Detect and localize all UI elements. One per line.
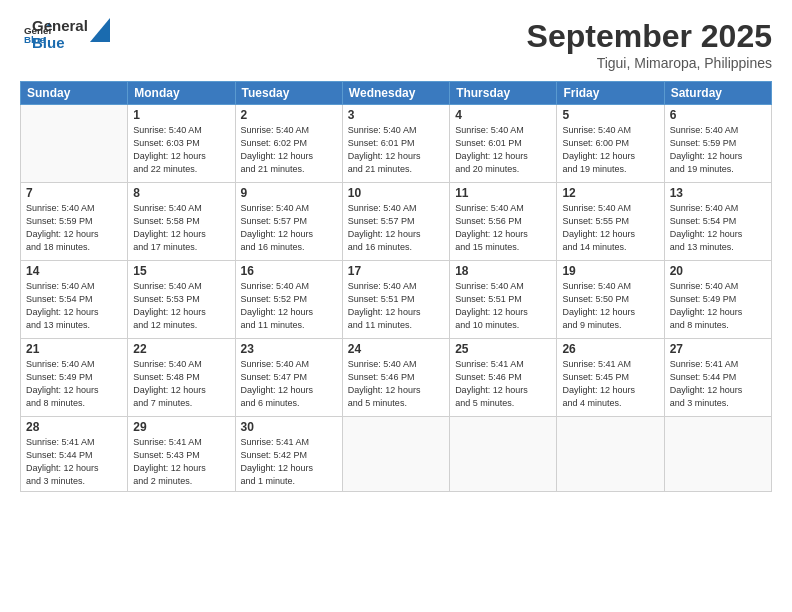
day-info: Sunrise: 5:40 AM Sunset: 5:58 PM Dayligh…: [133, 202, 229, 254]
day-number: 14: [26, 264, 122, 278]
day-number: 9: [241, 186, 337, 200]
calendar-cell: 28Sunrise: 5:41 AM Sunset: 5:44 PM Dayli…: [21, 417, 128, 492]
day-info: Sunrise: 5:40 AM Sunset: 5:57 PM Dayligh…: [348, 202, 444, 254]
weekday-header: Tuesday: [235, 82, 342, 105]
calendar-cell: 21Sunrise: 5:40 AM Sunset: 5:49 PM Dayli…: [21, 339, 128, 417]
calendar-cell: 26Sunrise: 5:41 AM Sunset: 5:45 PM Dayli…: [557, 339, 664, 417]
day-info: Sunrise: 5:40 AM Sunset: 5:53 PM Dayligh…: [133, 280, 229, 332]
calendar-cell: 4Sunrise: 5:40 AM Sunset: 6:01 PM Daylig…: [450, 105, 557, 183]
weekday-header: Monday: [128, 82, 235, 105]
day-number: 13: [670, 186, 766, 200]
calendar-week-row: 14Sunrise: 5:40 AM Sunset: 5:54 PM Dayli…: [21, 261, 772, 339]
calendar-cell: 24Sunrise: 5:40 AM Sunset: 5:46 PM Dayli…: [342, 339, 449, 417]
calendar-cell: 3Sunrise: 5:40 AM Sunset: 6:01 PM Daylig…: [342, 105, 449, 183]
calendar-cell: 7Sunrise: 5:40 AM Sunset: 5:59 PM Daylig…: [21, 183, 128, 261]
calendar-week-row: 28Sunrise: 5:41 AM Sunset: 5:44 PM Dayli…: [21, 417, 772, 492]
weekday-header: Friday: [557, 82, 664, 105]
calendar-week-row: 1Sunrise: 5:40 AM Sunset: 6:03 PM Daylig…: [21, 105, 772, 183]
day-number: 2: [241, 108, 337, 122]
month-title: September 2025: [527, 18, 772, 55]
day-info: Sunrise: 5:40 AM Sunset: 5:46 PM Dayligh…: [348, 358, 444, 410]
day-number: 24: [348, 342, 444, 356]
day-info: Sunrise: 5:40 AM Sunset: 5:52 PM Dayligh…: [241, 280, 337, 332]
calendar-cell: 14Sunrise: 5:40 AM Sunset: 5:54 PM Dayli…: [21, 261, 128, 339]
day-number: 17: [348, 264, 444, 278]
svg-marker-3: [90, 18, 110, 42]
weekday-header: Thursday: [450, 82, 557, 105]
day-info: Sunrise: 5:40 AM Sunset: 5:57 PM Dayligh…: [241, 202, 337, 254]
calendar-cell: 17Sunrise: 5:40 AM Sunset: 5:51 PM Dayli…: [342, 261, 449, 339]
calendar-cell: 6Sunrise: 5:40 AM Sunset: 5:59 PM Daylig…: [664, 105, 771, 183]
day-number: 18: [455, 264, 551, 278]
calendar-cell: 27Sunrise: 5:41 AM Sunset: 5:44 PM Dayli…: [664, 339, 771, 417]
calendar-cell: 5Sunrise: 5:40 AM Sunset: 6:00 PM Daylig…: [557, 105, 664, 183]
calendar-cell: 9Sunrise: 5:40 AM Sunset: 5:57 PM Daylig…: [235, 183, 342, 261]
day-number: 8: [133, 186, 229, 200]
day-info: Sunrise: 5:41 AM Sunset: 5:42 PM Dayligh…: [241, 436, 337, 488]
calendar-cell: [664, 417, 771, 492]
weekday-header: Wednesday: [342, 82, 449, 105]
page: General Blue General Blue September 2025…: [0, 0, 792, 612]
day-number: 25: [455, 342, 551, 356]
calendar-header-row: SundayMondayTuesdayWednesdayThursdayFrid…: [21, 82, 772, 105]
day-info: Sunrise: 5:40 AM Sunset: 6:00 PM Dayligh…: [562, 124, 658, 176]
logo: General Blue General Blue: [20, 18, 110, 51]
calendar-cell: 13Sunrise: 5:40 AM Sunset: 5:54 PM Dayli…: [664, 183, 771, 261]
day-info: Sunrise: 5:40 AM Sunset: 5:48 PM Dayligh…: [133, 358, 229, 410]
day-info: Sunrise: 5:41 AM Sunset: 5:43 PM Dayligh…: [133, 436, 229, 488]
calendar-cell: [450, 417, 557, 492]
calendar-week-row: 21Sunrise: 5:40 AM Sunset: 5:49 PM Dayli…: [21, 339, 772, 417]
calendar-cell: 29Sunrise: 5:41 AM Sunset: 5:43 PM Dayli…: [128, 417, 235, 492]
calendar-cell: 19Sunrise: 5:40 AM Sunset: 5:50 PM Dayli…: [557, 261, 664, 339]
day-info: Sunrise: 5:40 AM Sunset: 5:50 PM Dayligh…: [562, 280, 658, 332]
weekday-header: Saturday: [664, 82, 771, 105]
day-info: Sunrise: 5:41 AM Sunset: 5:44 PM Dayligh…: [670, 358, 766, 410]
day-info: Sunrise: 5:40 AM Sunset: 6:03 PM Dayligh…: [133, 124, 229, 176]
calendar-week-row: 7Sunrise: 5:40 AM Sunset: 5:59 PM Daylig…: [21, 183, 772, 261]
calendar-cell: [21, 105, 128, 183]
day-number: 10: [348, 186, 444, 200]
calendar-cell: 16Sunrise: 5:40 AM Sunset: 5:52 PM Dayli…: [235, 261, 342, 339]
day-number: 6: [670, 108, 766, 122]
calendar-cell: 1Sunrise: 5:40 AM Sunset: 6:03 PM Daylig…: [128, 105, 235, 183]
logo-blue-text: Blue: [32, 35, 88, 52]
calendar-table: SundayMondayTuesdayWednesdayThursdayFrid…: [20, 81, 772, 492]
day-number: 16: [241, 264, 337, 278]
calendar-cell: 20Sunrise: 5:40 AM Sunset: 5:49 PM Dayli…: [664, 261, 771, 339]
day-info: Sunrise: 5:40 AM Sunset: 5:51 PM Dayligh…: [348, 280, 444, 332]
day-info: Sunrise: 5:40 AM Sunset: 6:01 PM Dayligh…: [348, 124, 444, 176]
day-info: Sunrise: 5:40 AM Sunset: 5:54 PM Dayligh…: [670, 202, 766, 254]
calendar-cell: 2Sunrise: 5:40 AM Sunset: 6:02 PM Daylig…: [235, 105, 342, 183]
day-number: 12: [562, 186, 658, 200]
day-info: Sunrise: 5:40 AM Sunset: 5:49 PM Dayligh…: [26, 358, 122, 410]
location-subtitle: Tigui, Mimaropa, Philippines: [527, 55, 772, 71]
day-number: 20: [670, 264, 766, 278]
day-number: 7: [26, 186, 122, 200]
day-info: Sunrise: 5:41 AM Sunset: 5:44 PM Dayligh…: [26, 436, 122, 488]
calendar-cell: 8Sunrise: 5:40 AM Sunset: 5:58 PM Daylig…: [128, 183, 235, 261]
logo-triangle-icon: [90, 18, 110, 42]
day-info: Sunrise: 5:40 AM Sunset: 6:02 PM Dayligh…: [241, 124, 337, 176]
day-info: Sunrise: 5:40 AM Sunset: 5:56 PM Dayligh…: [455, 202, 551, 254]
day-number: 26: [562, 342, 658, 356]
calendar-cell: 25Sunrise: 5:41 AM Sunset: 5:46 PM Dayli…: [450, 339, 557, 417]
calendar-cell: 22Sunrise: 5:40 AM Sunset: 5:48 PM Dayli…: [128, 339, 235, 417]
day-info: Sunrise: 5:40 AM Sunset: 5:51 PM Dayligh…: [455, 280, 551, 332]
day-number: 27: [670, 342, 766, 356]
day-number: 28: [26, 420, 122, 434]
day-info: Sunrise: 5:40 AM Sunset: 5:59 PM Dayligh…: [670, 124, 766, 176]
day-number: 19: [562, 264, 658, 278]
day-info: Sunrise: 5:40 AM Sunset: 5:49 PM Dayligh…: [670, 280, 766, 332]
day-number: 23: [241, 342, 337, 356]
day-number: 29: [133, 420, 229, 434]
calendar-cell: 18Sunrise: 5:40 AM Sunset: 5:51 PM Dayli…: [450, 261, 557, 339]
day-number: 5: [562, 108, 658, 122]
calendar-cell: 10Sunrise: 5:40 AM Sunset: 5:57 PM Dayli…: [342, 183, 449, 261]
title-block: September 2025 Tigui, Mimaropa, Philippi…: [527, 18, 772, 71]
weekday-header: Sunday: [21, 82, 128, 105]
day-info: Sunrise: 5:40 AM Sunset: 5:54 PM Dayligh…: [26, 280, 122, 332]
day-number: 11: [455, 186, 551, 200]
calendar-cell: [557, 417, 664, 492]
day-number: 22: [133, 342, 229, 356]
logo-general-text: General: [32, 18, 88, 35]
